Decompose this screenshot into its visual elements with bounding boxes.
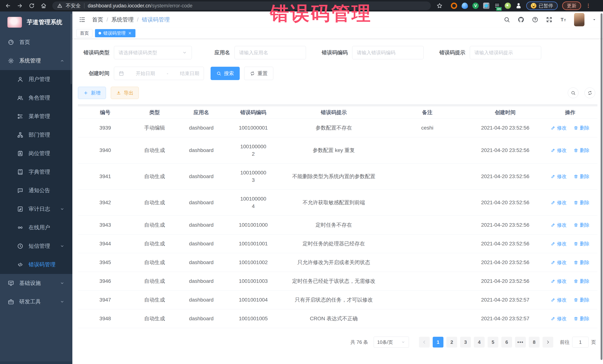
delete-link[interactable]: 删除 bbox=[574, 315, 590, 322]
error-hint-input[interactable]: 请输入错误码提示 bbox=[470, 46, 541, 59]
delete-link[interactable]: 删除 bbox=[574, 221, 590, 229]
edit-link[interactable]: 修改 bbox=[551, 221, 567, 229]
error-type-placeholder: 请选择错误码类型 bbox=[118, 49, 157, 56]
export-button[interactable]: 导出 bbox=[111, 87, 139, 99]
sidebar-scrollbar[interactable] bbox=[71, 14, 72, 84]
sidebar-item-sms[interactable]: 短信管理 bbox=[0, 237, 72, 255]
edit-link[interactable]: 修改 bbox=[551, 277, 567, 285]
sidebar-item-dev-tools[interactable]: 研发工具 bbox=[0, 292, 72, 311]
browser-forward-icon[interactable] bbox=[17, 3, 23, 9]
user-avatar[interactable] bbox=[574, 13, 584, 26]
bookmark-star-icon[interactable] bbox=[436, 3, 443, 9]
search-icon[interactable] bbox=[504, 16, 510, 23]
refresh-table-button[interactable] bbox=[584, 88, 595, 98]
sidebar-item-menu[interactable]: 菜单管理 bbox=[0, 107, 72, 126]
sidebar-item-system[interactable]: 系统管理 bbox=[0, 52, 72, 70]
tab-error-code[interactable]: 错误码管理 bbox=[95, 29, 135, 37]
sidebar-item-role[interactable]: 角色管理 bbox=[0, 88, 72, 107]
address-bar[interactable]: 不安全 dashboard.yudao.iocoder.cn/system/er… bbox=[52, 1, 431, 10]
delete-link[interactable]: 删除 bbox=[574, 259, 590, 266]
goto-page-input[interactable]: 1 bbox=[572, 337, 589, 348]
help-icon[interactable] bbox=[532, 16, 538, 23]
next-page-button[interactable] bbox=[543, 337, 553, 348]
sidebar-item-home[interactable]: 首页 bbox=[0, 33, 72, 52]
reset-button[interactable]: 重置 bbox=[244, 67, 273, 80]
edit-icon bbox=[551, 298, 555, 302]
page-button-2[interactable]: 2 bbox=[446, 337, 457, 348]
page-button-1[interactable]: 1 bbox=[433, 337, 443, 348]
extension-icon[interactable]: on bbox=[494, 3, 500, 9]
edit-link[interactable]: 修改 bbox=[551, 315, 567, 322]
edit-link[interactable]: 修改 bbox=[551, 173, 567, 180]
edit-link[interactable]: 修改 bbox=[551, 240, 567, 247]
delete-link[interactable]: 删除 bbox=[574, 240, 590, 247]
fullscreen-icon[interactable] bbox=[546, 16, 553, 23]
browser-home-icon[interactable] bbox=[40, 3, 47, 9]
error-code-input[interactable]: 请输入错误码编码 bbox=[352, 46, 424, 59]
edit-link[interactable]: 修改 bbox=[551, 199, 567, 206]
browser-update-button[interactable]: 更新 bbox=[562, 1, 581, 10]
edit-link[interactable]: 修改 bbox=[551, 124, 567, 132]
page-button-4[interactable]: 4 bbox=[474, 337, 485, 348]
sidebar-item-online-user[interactable]: 在线用户 bbox=[0, 218, 72, 237]
sidebar-item-notice[interactable]: 通知公告 bbox=[0, 181, 72, 200]
cell-code: 1001001004 bbox=[226, 296, 280, 304]
sidebar-item-post[interactable]: 岗位管理 bbox=[0, 144, 72, 163]
breadcrumb-item[interactable]: 系统管理 bbox=[111, 16, 134, 23]
sidebar-collapse-bar[interactable] bbox=[0, 361, 72, 364]
profile-paused-pill[interactable]: 已暂停 bbox=[526, 1, 558, 10]
page-button-8[interactable]: 8 bbox=[529, 337, 540, 348]
extension-on-badge: on bbox=[496, 7, 502, 11]
create-time-range-picker[interactable]: 开始日期 - 结束日期 bbox=[114, 67, 204, 80]
github-icon[interactable] bbox=[518, 16, 524, 23]
delete-link[interactable]: 删除 bbox=[574, 199, 590, 206]
extension-icon[interactable] bbox=[483, 3, 489, 9]
edit-link[interactable]: 修改 bbox=[551, 259, 567, 266]
delete-link[interactable]: 删除 bbox=[574, 296, 590, 304]
sidebar-toggle-icon[interactable] bbox=[79, 16, 86, 23]
cell-created: 2021-04-20 23:52:56 bbox=[468, 221, 543, 229]
extension-icon[interactable] bbox=[462, 3, 468, 9]
extension-icon[interactable]: V bbox=[472, 3, 479, 9]
prev-page-button[interactable] bbox=[419, 337, 430, 348]
sidebar-item-infra[interactable]: 基础设施 bbox=[0, 274, 72, 292]
caret-down-icon[interactable] bbox=[592, 17, 597, 22]
toggle-search-button[interactable] bbox=[568, 88, 579, 98]
goto-page: 前往 1 页 bbox=[560, 337, 596, 348]
edit-link[interactable]: 修改 bbox=[551, 296, 567, 304]
extension-icon[interactable] bbox=[515, 3, 522, 9]
app-name-input[interactable]: 请输入应用名 bbox=[234, 46, 306, 59]
users-icon bbox=[17, 95, 23, 101]
cell-created: 2021-04-20 23:52:56 bbox=[468, 277, 543, 285]
sidebar-item-audit-log[interactable]: 审计日志 bbox=[0, 200, 72, 218]
sidebar-item-dept[interactable]: 部门管理 bbox=[0, 126, 72, 144]
page-button-6[interactable]: 6 bbox=[501, 337, 512, 348]
browser-reload-icon[interactable] bbox=[29, 3, 35, 9]
delete-link[interactable]: 删除 bbox=[574, 277, 590, 285]
breadcrumb-item[interactable]: 首页 bbox=[92, 16, 103, 23]
extension-icon[interactable] bbox=[505, 3, 511, 9]
font-size-icon[interactable]: TT bbox=[560, 16, 567, 23]
search-button[interactable]: 搜索 bbox=[211, 67, 240, 80]
page-button-3[interactable]: 3 bbox=[460, 337, 471, 348]
add-button[interactable]: 新增 bbox=[78, 87, 106, 99]
delete-link[interactable]: 删除 bbox=[574, 173, 590, 180]
delete-link[interactable]: 删除 bbox=[574, 147, 590, 154]
page-button-5[interactable]: 5 bbox=[487, 337, 498, 348]
delete-link[interactable]: 删除 bbox=[574, 124, 590, 132]
edit-link[interactable]: 修改 bbox=[551, 147, 567, 154]
extension-icon[interactable] bbox=[451, 3, 457, 9]
sidebar-item-user[interactable]: 用户管理 bbox=[0, 70, 72, 88]
refresh-icon bbox=[587, 90, 592, 95]
page-ellipsis[interactable]: ••• bbox=[515, 337, 526, 348]
sidebar-item-dict[interactable]: 字典管理 bbox=[0, 163, 72, 181]
browser-back-icon[interactable] bbox=[5, 3, 11, 9]
close-icon[interactable] bbox=[128, 31, 132, 35]
sidebar-item-error-code[interactable]: 错误码管理 bbox=[0, 255, 72, 274]
chevron-down-icon bbox=[182, 50, 187, 55]
page-size-select[interactable]: 10条/页 bbox=[374, 337, 409, 348]
error-type-select[interactable]: 请选择错误码类型 bbox=[114, 46, 192, 59]
tab-home[interactable]: 首页 bbox=[76, 29, 93, 37]
browser-menu-icon[interactable] bbox=[586, 3, 591, 9]
page-scrollbar[interactable] bbox=[601, 13, 603, 360]
